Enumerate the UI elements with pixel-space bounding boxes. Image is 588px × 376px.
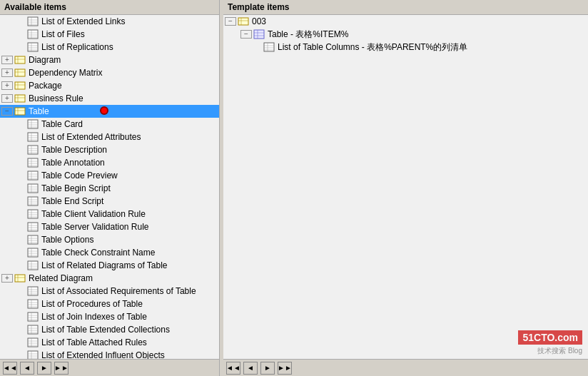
svg-rect-15 — [15, 56, 25, 63]
tree-item-table-item[interactable]: − Table - 表格%ITEM% — [223, 28, 588, 41]
label-table-options: Table Options — [41, 234, 218, 245]
svg-rect-27 — [15, 108, 25, 115]
icon-table-code-preview — [27, 170, 39, 181]
label-table-begin-script: Table Begin Script — [41, 183, 218, 194]
tree-item-table-description[interactable]: Table Description — [0, 143, 219, 156]
expand-btn-diagram[interactable]: + — [1, 56, 13, 64]
expand-btn-003[interactable]: − — [225, 17, 236, 26]
tree-item-dependency-matrix[interactable]: + Dependency Matrix — [0, 66, 219, 79]
expand-btn-table[interactable]: − — [1, 107, 13, 116]
tree-item-table-options[interactable]: Table Options — [0, 233, 219, 246]
svg-rect-138 — [238, 18, 248, 25]
icon-dependency-matrix — [14, 67, 26, 78]
right-nav-first[interactable]: ◄◄ — [226, 362, 240, 375]
icon-associated-requirements — [27, 285, 39, 297]
label-extended-collections: List of Table Extended Collections — [41, 324, 218, 335]
tree-item-table-columns[interactable]: List of Table Columns - 表格%PARENT%的列清单 — [223, 41, 588, 54]
tree-item-influent-objects[interactable]: List of Extended Influent Objects — [0, 349, 219, 359]
watermark: 51CTO.com 技术搜索 Blog — [518, 330, 582, 356]
label-procedures: List of Procedures of Table — [41, 298, 218, 310]
tree-item-extended-links[interactable]: List of Extended Links — [0, 15, 219, 28]
tree-item-table-annotation[interactable]: Table Annotation — [0, 156, 219, 169]
tree-item-table-code-preview[interactable]: Table Code Preview — [0, 169, 219, 182]
label-table-server-validation: Table Server Validation Rule — [41, 221, 218, 233]
icon-procedures — [27, 298, 39, 310]
nav-prev[interactable]: ◄ — [20, 362, 34, 375]
main-container: Available items List of Extended Links L… — [0, 0, 588, 376]
watermark-brand: 51CTO.com — [518, 330, 582, 345]
icon-related-diagrams — [27, 260, 39, 271]
icon-list-of-files — [27, 29, 39, 40]
tree-item-procedures[interactable]: List of Procedures of Table — [0, 298, 219, 310]
label-influent-objects: List of Extended Influent Objects — [41, 350, 218, 359]
tree-item-related-diagram[interactable]: + Related Diagram — [0, 272, 219, 285]
tree-item-associated-requirements[interactable]: List of Associated Requirements of Table — [0, 285, 219, 298]
svg-rect-24 — [15, 95, 25, 102]
label-join-indexes: List of Join Indexes of Table — [41, 311, 218, 322]
label-replications: List of Replications — [41, 41, 218, 53]
expand-btn-business-rule[interactable]: + — [1, 94, 13, 103]
tree-item-table-begin-script[interactable]: Table Begin Script — [0, 182, 219, 195]
label-table-item: Table - 表格%ITEM% — [268, 29, 587, 40]
tree-item-table-client-validation[interactable]: Table Client Validation Rule — [0, 208, 219, 220]
nav-last[interactable]: ►► — [54, 362, 69, 375]
tree-item-table-card[interactable]: Table Card — [0, 118, 219, 131]
icon-diagram — [14, 54, 26, 66]
label-table-check-constraint: Table Check Constraint Name — [41, 247, 218, 258]
tree-item-business-rule[interactable]: + Business Rule — [0, 92, 219, 105]
icon-table-end-script — [27, 195, 39, 207]
expand-btn-dependency-matrix[interactable]: + — [1, 68, 13, 77]
label-package: Package — [29, 80, 218, 91]
tree-item-table-end-script[interactable]: Table End Script — [0, 195, 219, 208]
svg-rect-18 — [15, 69, 25, 76]
label-related-diagram: Related Diagram — [29, 273, 218, 284]
right-tree-body[interactable]: − 003− Table - 表格%ITEM% List of Table Co… — [223, 15, 588, 359]
label-extended-attributes: List of Extended Attributes — [41, 131, 218, 143]
expand-btn-table-item[interactable]: − — [240, 30, 252, 39]
tree-item-replications[interactable]: List of Replications — [0, 41, 219, 54]
nav-first[interactable]: ◄◄ — [3, 362, 17, 375]
icon-join-indexes — [27, 311, 39, 322]
tree-item-package[interactable]: + Package — [0, 79, 219, 92]
icon-extended-links — [27, 16, 39, 27]
svg-rect-21 — [15, 82, 25, 89]
icon-table-columns — [263, 41, 275, 53]
icon-related-diagram — [14, 273, 26, 284]
right-nav-prev[interactable]: ◄ — [243, 362, 258, 375]
tree-item-table-server-validation[interactable]: Table Server Validation Rule — [0, 220, 219, 233]
icon-table-begin-script — [27, 183, 39, 194]
icon-table-description — [27, 144, 39, 156]
right-nav-last[interactable]: ►► — [278, 362, 292, 375]
tree-item-table[interactable]: − Table — [0, 105, 219, 118]
tree-item-related-diagrams[interactable]: List of Related Diagrams of Table — [0, 259, 219, 272]
svg-rect-118 — [28, 351, 38, 359]
tree-item-diagram[interactable]: + Diagram — [0, 54, 219, 66]
tree-item-list-of-files[interactable]: List of Files — [0, 28, 219, 41]
panel-wrapper: Available items List of Extended Links L… — [0, 0, 588, 376]
left-tree-body[interactable]: List of Extended Links List of Files Lis… — [0, 15, 219, 359]
icon-table-options — [27, 234, 39, 245]
icon-003 — [238, 16, 249, 27]
icon-replications — [27, 41, 39, 53]
nav-next[interactable]: ► — [37, 362, 51, 375]
icon-business-rule — [14, 93, 26, 104]
tree-item-join-indexes[interactable]: List of Join Indexes of Table — [0, 310, 219, 323]
tree-item-attached-rules[interactable]: List of Table Attached Rules — [0, 336, 219, 349]
label-table-columns: List of Table Columns - 表格%PARENT%的列清单 — [278, 41, 587, 53]
icon-extended-collections — [27, 324, 39, 335]
label-table-code-preview: Table Code Preview — [41, 170, 218, 181]
right-panel-header: Template items — [223, 0, 588, 15]
expand-btn-related-diagram[interactable]: + — [1, 274, 13, 283]
tree-item-003[interactable]: − 003 — [223, 15, 588, 28]
svg-rect-141 — [254, 30, 264, 39]
tree-item-table-check-constraint[interactable]: Table Check Constraint Name — [0, 246, 219, 259]
label-table-annotation: Table Annotation — [41, 157, 218, 168]
right-panel: Template items − 003− Table - 表格%ITEM% L… — [223, 0, 588, 376]
right-nav-next[interactable]: ► — [260, 362, 275, 375]
icon-package — [14, 80, 26, 91]
expand-btn-package[interactable]: + — [1, 81, 13, 90]
tree-item-extended-attributes[interactable]: List of Extended Attributes — [0, 131, 219, 143]
left-panel: Available items List of Extended Links L… — [0, 0, 220, 376]
tree-item-extended-collections[interactable]: List of Table Extended Collections — [0, 323, 219, 336]
label-table-card: Table Card — [41, 118, 218, 130]
